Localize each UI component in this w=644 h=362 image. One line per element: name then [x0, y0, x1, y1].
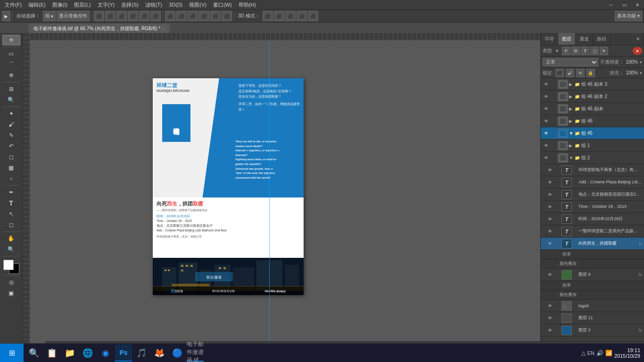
zoom-tool[interactable]: 🔍 [2, 244, 20, 255]
layer-item-text-address[interactable]: 👁 T 地点：北京丽都皇冠假日酒店2... [541, 189, 644, 201]
layer-item-text-time-cn[interactable]: 👁 T 时间：2015年10月29日 [541, 213, 644, 225]
firefox-btn[interactable]: 🦊 [151, 345, 168, 362]
ie-btn[interactable]: 🌐 [79, 345, 96, 362]
expand-icon-group46-copy3[interactable]: ▶ [569, 82, 574, 87]
lock-all-btn[interactable]: 🔒 [586, 69, 595, 77]
quick-mask-btn[interactable]: ◎ [2, 277, 20, 288]
spot-heal-tool[interactable]: ✦ [2, 108, 20, 119]
dist-5[interactable]: ⬛ [210, 11, 221, 21]
blend-mode-select[interactable]: 正常 [543, 58, 598, 66]
dist-6[interactable]: ⬛ [222, 11, 232, 21]
filter-smart[interactable]: ✦ [600, 47, 608, 55]
lock-position-btn[interactable]: ✛ [576, 69, 585, 77]
eye-icon-text-title[interactable]: 👁 [546, 240, 553, 247]
align-middle-btn[interactable]: ⬛ [139, 11, 149, 21]
tab-channels[interactable]: 通道 [576, 33, 593, 45]
layer-item-layer11[interactable]: 👁 图层 11 [541, 312, 644, 324]
screen-mode-btn[interactable]: ▣ [2, 288, 20, 298]
layer-item-group46-copy3[interactable]: 👁 ▶ 📁 组 46 副本 3 [541, 78, 644, 90]
tray-network[interactable]: 📶 [605, 350, 612, 356]
menu-item-edit[interactable]: 编辑(E) [25, 0, 49, 9]
expand-icon-group46-copy2[interactable]: ▶ [569, 94, 574, 99]
panel-close-btn[interactable]: ✕ [632, 33, 644, 45]
3d-mode-btn-5[interactable]: ⬛ [308, 11, 318, 21]
tray-volume[interactable]: 🔊 [596, 350, 603, 356]
eye-icon-layer9[interactable]: 👁 [546, 272, 553, 278]
lock-transparent-btn[interactable]: ⬛ [555, 69, 564, 77]
type-tool[interactable]: T [2, 198, 20, 208]
filter-shape[interactable]: ◻ [590, 47, 599, 55]
align-top-btn[interactable]: ⬛ [128, 11, 138, 21]
system-clock[interactable]: 19:11 2015/10/29 [614, 347, 640, 359]
filter-text[interactable]: T [581, 47, 589, 55]
restore-button[interactable]: ▭ [618, 0, 631, 9]
dist-3[interactable]: ⬛ [188, 11, 198, 21]
workspace-switcher[interactable]: 基本功能 ▾ [615, 11, 642, 21]
auto-select-dropdown[interactable]: 组 ▾ [43, 11, 56, 21]
layer-item-logo0[interactable]: 👁 L logo0 [541, 300, 644, 312]
layer-item-layer2[interactable]: 👁 图层 2 fx [541, 324, 644, 337]
media-btn[interactable]: 🎵 [133, 345, 150, 362]
foreground-color-swatch[interactable] [3, 260, 14, 270]
expand-icon-group45[interactable]: ▼ [569, 131, 574, 136]
dodge-tool[interactable]: ○ [2, 173, 20, 184]
eye-icon-text-address[interactable]: 👁 [546, 191, 553, 198]
chrome-btn[interactable]: 🔵 [169, 345, 186, 362]
eraser-tool[interactable]: ◻ [2, 152, 20, 162]
menu-item-type[interactable]: 文字(Y) [95, 0, 118, 9]
search-taskbar[interactable]: 🔍 [25, 345, 42, 362]
filter-dropdown[interactable]: ▾ [556, 48, 558, 53]
align-bottom-btn[interactable]: ⬛ [150, 11, 161, 21]
close-button[interactable]: ✕ [631, 0, 644, 9]
eye-icon-group45[interactable]: 👁 [543, 130, 549, 137]
filter-pixel[interactable]: P [562, 47, 570, 55]
layer-item-group45[interactable]: 👁 ▼ 📁 组 45 [541, 127, 644, 140]
transform-controls-btn[interactable]: 显示变换控件 [57, 11, 90, 21]
explorer-btn[interactable]: 📁 [61, 345, 78, 362]
layer-item-group46-copy2[interactable]: 👁 ▶ 📁 组 46 副本 2 [541, 90, 644, 103]
lock-pixel-btn[interactable]: 🖌 [566, 69, 574, 77]
eye-icon-group46-copy2[interactable]: 👁 [543, 93, 549, 100]
dist-1[interactable]: ⬛ [165, 11, 175, 21]
tray-lang[interactable]: EN [587, 350, 594, 356]
gradient-tool[interactable]: ▦ [2, 163, 20, 173]
minimize-button[interactable]: ─ [604, 0, 618, 9]
email-btn[interactable]: 电子邮件激请函.tif... [187, 345, 204, 362]
3d-mode-btn-3[interactable]: ⬛ [285, 11, 296, 21]
eye-icon-group46-copy[interactable]: 👁 [543, 106, 549, 112]
tool-options-arrow[interactable]: ▶ [2, 11, 10, 21]
eye-icon-group1[interactable]: 👁 [543, 142, 549, 149]
lasso-tool[interactable]: ⌒ [2, 59, 20, 70]
menu-item-layer[interactable]: 图层(L) [71, 0, 93, 9]
layer-item-text-series[interactable]: 👁 T 一暨环球货联二货系列产品新... [541, 225, 644, 238]
menu-item-help[interactable]: 帮助(H) [236, 0, 259, 9]
canvas-background[interactable]: 环球二货 HUANQIU ERCHUAN 邀请函 是留下等死、还是转型找死？ 是… [30, 41, 540, 341]
pen-tool[interactable]: ✒ [2, 187, 20, 197]
clone-stamp-tool[interactable]: ✎ [2, 130, 20, 140]
opacity-value[interactable]: 100% [626, 59, 638, 65]
menu-item-filter[interactable]: 滤镜(T) [142, 0, 165, 9]
filter-toggle[interactable]: ● [633, 47, 642, 55]
crop-tool[interactable]: ⊞ [2, 84, 20, 94]
marquee-tool[interactable]: ▭ [2, 49, 20, 59]
layer-item-group2[interactable]: 👁 ▼ 📁 组 2 [541, 152, 644, 164]
hand-tool[interactable]: ✋ [2, 233, 20, 244]
edge-btn[interactable]: ◉ [97, 345, 114, 362]
layer-item-text-add[interactable]: 👁 T Add：Crowne Plaza Beijing Lido B... [541, 176, 644, 189]
eye-icon-layer11[interactable]: 👁 [546, 315, 553, 321]
layer-item-group46-copy[interactable]: 👁 ▶ 📁 组 46 副本 [541, 103, 644, 115]
move-tool[interactable]: ✛ [2, 35, 20, 45]
ps-btn[interactable]: Ps [115, 345, 132, 362]
align-left-btn[interactable]: ⬛ [94, 11, 104, 21]
expand-icon-group2[interactable]: ▼ [569, 156, 574, 160]
layer-list[interactable]: 👁 ▶ 📁 组 46 副本 3 👁 ▶ 📁 组 46 副本 2 [541, 78, 644, 341]
layer-item-layer9[interactable]: 👁 图层 9 fx [541, 269, 644, 281]
menu-item-select[interactable]: 选择(S) [118, 0, 141, 9]
expand-icon-group46-copy1[interactable]: ▶ [569, 107, 574, 111]
tab-close-btn[interactable]: × [162, 26, 165, 31]
expand-icon-group46[interactable]: ▶ [569, 119, 574, 123]
menu-item-window[interactable]: 窗口(W) [210, 0, 235, 9]
filter-adjust[interactable]: ⚙ [571, 47, 580, 55]
dist-4[interactable]: ⬛ [199, 11, 209, 21]
eye-icon-text-time-en[interactable]: 👁 [546, 204, 553, 210]
